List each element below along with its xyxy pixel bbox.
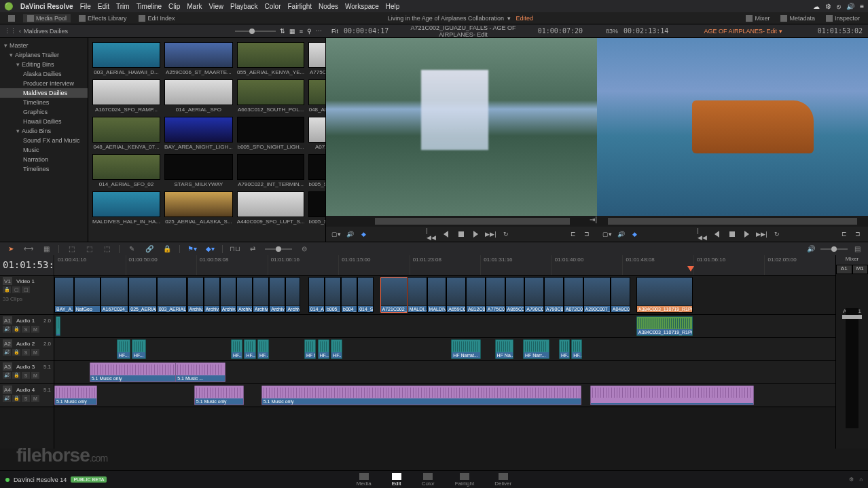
source-clip-name[interactable]: A721C002_IGUAZU_FALLS - AGE OF AIRPLANES… xyxy=(394,24,532,38)
timeline-clip[interactable]: Archiv... xyxy=(236,277,253,313)
bin-item[interactable]: ▾Editing Bins xyxy=(0,60,88,69)
track-header-v1[interactable]: V1Video 1 🔒▢▢ 33 Clips xyxy=(0,276,54,315)
media-clip[interactable]: A663C012_SOUTH_POL... xyxy=(237,79,305,113)
loop-button[interactable]: ↻ xyxy=(501,229,511,239)
play-button[interactable] xyxy=(742,229,752,239)
media-clip[interactable]: 055_AERIAL_KENYA_YE... xyxy=(237,42,305,75)
status-icon[interactable]: ⚙ xyxy=(825,3,831,10)
track-header-a3[interactable]: A3Audio 35.1 🔊🔒SM xyxy=(0,361,54,384)
track-header-a4[interactable]: A4Audio 45.1 🔊🔒SM xyxy=(0,384,54,407)
timeline-clip[interactable]: HF... xyxy=(559,339,570,359)
prev-frame-button[interactable] xyxy=(712,229,722,239)
timeline-clip[interactable] xyxy=(56,316,60,336)
page-edit[interactable]: Edit xyxy=(392,473,401,487)
status-icon[interactable]: 🔊 xyxy=(846,3,854,10)
bin-item[interactable]: Hawaii Dailies xyxy=(0,117,88,126)
link-icon[interactable]: 🔗 xyxy=(144,244,155,254)
out-point-icon[interactable]: ⊐ xyxy=(582,229,592,239)
overwrite-clip-button[interactable]: ⬚ xyxy=(84,244,94,254)
timeline-clip[interactable]: A865C0... xyxy=(505,277,525,313)
flag-icon[interactable]: ⚑▾ xyxy=(187,244,198,254)
stop-button[interactable] xyxy=(727,229,737,239)
media-clip[interactable]: A775C023_SFO_CHINA... xyxy=(308,42,326,75)
bin-item[interactable]: Sound FX and Music xyxy=(0,136,88,145)
marker-icon[interactable]: ◆ xyxy=(630,229,639,239)
timeline-clip[interactable]: A072C006_SF... xyxy=(564,277,583,313)
dynamic-trim-icon[interactable]: ✎ xyxy=(126,244,137,254)
media-clip[interactable]: A167C024_SFO_RAMP... xyxy=(92,79,160,113)
stop-button[interactable] xyxy=(456,229,466,239)
timeline-clip[interactable]: Archiv... xyxy=(269,277,285,313)
timeline-clip[interactable]: Archiv... xyxy=(204,277,220,313)
volume-icon[interactable]: 🔊 xyxy=(345,229,355,239)
playhead[interactable] xyxy=(687,266,694,271)
timeline-options-icon[interactable]: ▤ xyxy=(852,244,863,254)
timeline-clip[interactable]: HF Narr... xyxy=(523,339,549,359)
timeline-clip[interactable]: 014_SFO... xyxy=(357,277,374,313)
timeline-clip[interactable]: 025_AERIAL... xyxy=(128,277,156,313)
track-a1[interactable]: A384C003_110719_R1PC xyxy=(54,315,835,338)
timeline-clip[interactable]: HF... xyxy=(231,339,242,359)
razor-tool[interactable]: ▦ xyxy=(41,244,52,254)
media-clip[interactable]: b005_SFO_NIGHT_LIGH... xyxy=(237,117,305,150)
project-manager-icon[interactable]: ⌂ xyxy=(859,476,863,483)
timeline-clip[interactable]: 014_AERIAL... xyxy=(308,277,325,313)
mute-icon[interactable]: 🔊 xyxy=(3,326,11,333)
bin-item[interactable]: Timelines xyxy=(0,164,88,174)
track-header-a1[interactable]: A1Audio 12.0 🔊🔒SM xyxy=(0,315,54,338)
mixer-tab-m1[interactable]: M1 xyxy=(852,265,869,274)
timeline-clip[interactable]: MALDI... xyxy=(408,277,427,313)
bin-item[interactable]: Maldives Dailies xyxy=(0,88,88,98)
zoom-slider[interactable] xyxy=(235,31,276,32)
track-header-a2[interactable]: A2Audio 22.0 🔊🔒SM xyxy=(0,338,54,361)
timeline-clip[interactable]: HF N... xyxy=(304,339,316,359)
loop-button[interactable]: ↻ xyxy=(772,229,782,239)
timeline-clip[interactable]: 003_AERIAL_HA... xyxy=(157,277,187,313)
sort-icon[interactable]: ⇅ xyxy=(280,28,285,35)
play-button[interactable] xyxy=(471,229,481,239)
timeline-clip[interactable]: b004_SFO_NIGH... xyxy=(341,277,357,313)
timeline-clip[interactable]: Archiv... xyxy=(220,277,236,313)
list-view-icon[interactable]: ≡ xyxy=(300,28,303,35)
media-clip[interactable]: 014_AERIAL_SFO xyxy=(164,79,233,113)
audio-icon[interactable]: 🔊 xyxy=(806,244,816,254)
mixer-toggle[interactable]: Mixer xyxy=(742,14,774,22)
pointer-tool[interactable]: ➤ xyxy=(5,244,16,254)
menu-workspace[interactable]: Workspace xyxy=(345,3,379,10)
media-clip[interactable]: STARS_MILKYWAY xyxy=(164,154,233,187)
media-clip[interactable]: A790C022_INT_TERMIN... xyxy=(237,154,305,187)
timeline-clip[interactable]: MALDIVE... xyxy=(427,277,447,313)
timeline-clip[interactable]: 5.1 Music ... xyxy=(175,362,225,382)
bin-breadcrumb[interactable]: Maldives Dailies xyxy=(24,28,68,35)
timeline-clip[interactable]: HF... xyxy=(257,339,269,359)
bin-master[interactable]: ▾Master xyxy=(0,41,88,50)
menu-trim[interactable]: Trim xyxy=(116,3,130,10)
menu-fairlight[interactable]: Fairlight xyxy=(288,3,312,10)
menu-file[interactable]: File xyxy=(80,3,91,10)
bin-item[interactable]: Narration xyxy=(0,155,88,164)
timeline-scrubber[interactable] xyxy=(597,216,868,227)
media-clip[interactable]: 048_AERIAL_KENYA_07... xyxy=(92,117,160,150)
apple-icon[interactable]: 🟢 xyxy=(4,2,14,11)
menu-timeline[interactable]: Timeline xyxy=(137,3,162,10)
timeline-clip[interactable]: A721C002_IGU... xyxy=(380,277,408,313)
project-title[interactable]: Living in the Age of Airplanes Collabora… xyxy=(388,15,504,22)
trim-tool[interactable]: ⟷ xyxy=(23,244,34,254)
next-frame-button[interactable]: ▶▶| xyxy=(757,229,767,239)
timeline-clip[interactable]: A384C003_110719_R1PC xyxy=(636,277,693,313)
timeline-clip[interactable]: A812C0... xyxy=(466,277,486,313)
first-frame-button[interactable]: |◀◀ xyxy=(698,229,707,239)
media-clip[interactable]: BAY_AREA_NIGHT_LIGH... xyxy=(164,117,233,150)
search-icon[interactable]: ⚲ xyxy=(307,28,312,35)
solo-button[interactable]: S xyxy=(22,326,30,333)
match-frame-icon[interactable]: ▢▾ xyxy=(602,229,612,239)
lock-icon[interactable]: 🔒 xyxy=(12,326,20,333)
lock-icon[interactable]: 🔒 xyxy=(3,286,11,293)
timeline-clip[interactable]: A290C007_ST... xyxy=(583,277,611,313)
timeline-ruler[interactable]: 01:00:41:1601:00:50:0001:00:58:0801:01:0… xyxy=(54,255,835,276)
bin-item[interactable]: ▾Airplanes Trailer xyxy=(0,50,88,60)
track-a3[interactable]: 5.1 Music only5.1 Music ... xyxy=(54,361,835,384)
menu-nodes[interactable]: Nodes xyxy=(319,3,338,10)
page-media[interactable]: Media xyxy=(357,473,372,487)
timeline-clip[interactable]: A775C0... xyxy=(486,277,505,313)
